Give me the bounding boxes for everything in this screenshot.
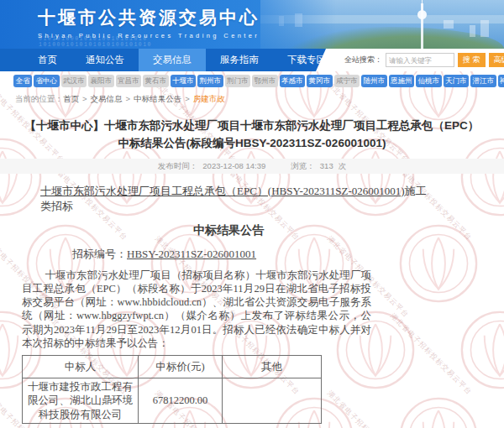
region-filter-row: 全省省中心武汉市襄阳市宜昌市黄石市十堰市荆州市荆门市鄂州市孝感市黄冈市咸宁市随州…: [0, 71, 504, 90]
breadcrumb-link-2[interactable]: 中标结果公告: [134, 94, 181, 103]
table-header-0: 中标人: [23, 356, 139, 378]
search-button[interactable]: 搜 索: [458, 53, 486, 67]
region-tab-18[interactable]: 神农架: [498, 75, 504, 87]
table-header-1: 中标价(元): [139, 356, 223, 378]
table-header-row: 中标人中标价(元)其他: [23, 356, 322, 378]
region-tab-6[interactable]: 十堰市: [171, 75, 197, 87]
search-input[interactable]: [386, 53, 454, 67]
region-tab-15[interactable]: 仙桃市: [416, 75, 442, 87]
page-title: 【十堰市中心】十堰市东部污水处理厂项目十堰市东部污水处理厂项目工程总承包（EPC…: [20, 117, 484, 153]
table-cell-0-1: 67812200.00: [139, 378, 223, 424]
region-tab-2[interactable]: 武汉市: [61, 75, 87, 87]
region-tab-1[interactable]: 省中心: [34, 75, 60, 87]
region-tab-17[interactable]: 潜江市: [470, 75, 496, 87]
breadcrumb-separator: >: [82, 94, 87, 103]
site-search: 全站搜索： 搜 索 高级搜索: [333, 49, 504, 71]
breadcrumb-current: 房建市政: [193, 94, 225, 103]
publish-time: 2023-12-08 14:39: [202, 161, 265, 170]
region-tab-10[interactable]: 孝感市: [280, 75, 306, 87]
site-title: 十堰市公共资源交易中心: [38, 6, 260, 29]
region-tab-11[interactable]: 黄冈市: [307, 75, 333, 87]
breadcrumb-link-0[interactable]: 首页: [63, 94, 79, 103]
document-body: 十堰市东部污水处理厂项目工程总承包（EPC）(HBSY-202311SZ-026…: [22, 184, 435, 428]
breadcrumb-link-1[interactable]: 交易信息: [91, 94, 123, 103]
article: 【十堰市中心】十堰市东部污水处理厂项目十堰市东部污水处理厂项目工程总承包（EPC…: [0, 117, 504, 428]
bid-result-table: 中标人中标价(元)其他十堰市建投市政工程有限公司、湖北山鼎环境科技股份有限公司6…: [22, 355, 322, 424]
region-tab-16[interactable]: 天门市: [444, 75, 470, 87]
breadcrumb-separator: >: [185, 94, 190, 103]
nav-tabs: 首页通知公告交易信息服务指南下载专区: [24, 49, 340, 71]
breadcrumb-separator: >: [126, 94, 131, 103]
region-tab-3[interactable]: 襄阳市: [88, 75, 114, 87]
breadcrumb-prefix: 当前的位置：: [15, 94, 63, 103]
views-count: 313: [320, 161, 333, 170]
region-tab-12[interactable]: 咸宁市: [334, 75, 360, 87]
site-banner: 十堰市公共资源交易中心 Shiyan Public Resources Trad…: [0, 0, 504, 49]
table-header-2: 其他: [223, 356, 322, 378]
site-subtitle: Shiyan Public Resources Trading Center: [38, 32, 260, 39]
region-tab-9[interactable]: 鄂州市: [252, 75, 278, 87]
table-cell-0-0: 十堰市建投市政工程有限公司、湖北山鼎环境科技股份有限公司: [23, 378, 139, 424]
bid-number: HBSY-202311SZ-026001001: [127, 248, 256, 260]
main-nav: 首页通知公告交易信息服务指南下载专区 全站搜索： 搜 索 高级搜索: [0, 49, 504, 71]
advanced-search-button[interactable]: 高级搜索: [489, 53, 504, 67]
region-tab-14[interactable]: 恩施州: [389, 75, 415, 87]
breadcrumb: 当前的位置：首页>交易信息>中标结果公告>房建市政: [0, 90, 504, 110]
nav-tab-3[interactable]: 服务指南: [206, 49, 273, 71]
region-tab-13[interactable]: 随州市: [361, 75, 387, 87]
bid-number-label: 招标编号：: [72, 248, 127, 260]
bid-number-line: 招标编号：HBSY-202311SZ-026001001: [72, 247, 435, 262]
nav-tab-1[interactable]: 通知公告: [71, 49, 139, 71]
region-tab-7[interactable]: 荆州市: [197, 75, 223, 87]
search-label: 全站搜索：: [344, 55, 382, 65]
doc-paragraph-1: 十堰市东部污水处理厂项目（招标项目名称）十堰市东部污水处理厂项目工程总承包（EP…: [22, 269, 371, 351]
nav-tab-2[interactable]: 交易信息: [139, 49, 206, 71]
publish-label: 发布时间：: [158, 161, 198, 170]
table-cell-0-2: [223, 378, 322, 424]
nav-tab-0[interactable]: 首页: [24, 49, 71, 71]
region-tab-4[interactable]: 宜昌市: [116, 75, 142, 87]
views-label: 浏览：: [291, 161, 315, 170]
doc-subheading: 中标结果公告: [22, 223, 435, 238]
region-tab-5[interactable]: 黄石市: [143, 75, 169, 87]
doc-heading-underlined: 十堰市东部污水处理厂项目工程总承包（EPC）(HBSY-202311SZ-026…: [40, 185, 405, 197]
article-meta: 发布时间：2023-12-08 14:39浏览：313次: [0, 159, 504, 174]
region-tab-8[interactable]: 荆门市: [225, 75, 251, 87]
region-tab-0[interactable]: 全省: [13, 75, 32, 87]
views-unit: 次: [339, 161, 347, 170]
table-row: 十堰市建投市政工程有限公司、湖北山鼎环境科技股份有限公司67812200.00: [23, 378, 322, 424]
doc-heading: 十堰市东部污水处理厂项目工程总承包（EPC）(HBSY-202311SZ-026…: [40, 184, 435, 214]
